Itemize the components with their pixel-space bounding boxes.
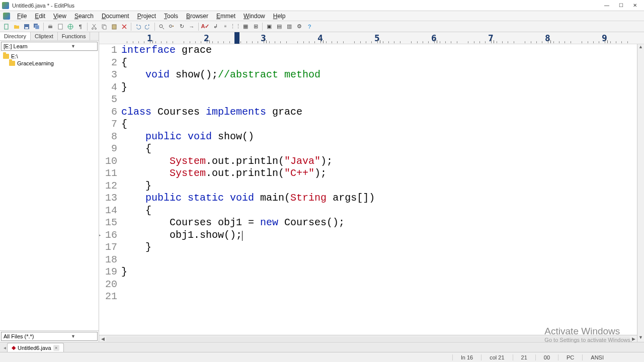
maximize-button[interactable]: ☐ [614, 1, 628, 11]
folder-icon [3, 54, 9, 59]
modified-indicator-icon: ◆ [12, 344, 16, 351]
ruler[interactable]: 123456789 [99, 32, 644, 44]
menu-file[interactable]: File [13, 12, 31, 21]
line-number-icon[interactable]: ≡ [221, 22, 230, 31]
find-icon[interactable] [157, 22, 166, 31]
browser-icon[interactable] [66, 22, 75, 31]
chevron-down-icon: ▼ [49, 334, 97, 339]
svg-rect-12 [103, 26, 106, 29]
tool-output-icon[interactable]: ▥ [285, 22, 294, 31]
redo-icon[interactable] [143, 22, 152, 31]
status-platform: PC [558, 354, 582, 360]
hex-icon[interactable]: ¶ [76, 22, 85, 31]
svg-rect-13 [112, 25, 116, 29]
code-lines[interactable]: interface grace{ void show();//abstract … [121, 44, 637, 335]
menu-window[interactable]: Window [239, 12, 269, 21]
vertical-scrollbar[interactable]: ▲ ▼ [637, 44, 644, 342]
menubar: FileEditViewSearchDocumentProjectToolsBr… [0, 11, 644, 21]
file-filter-value: All Files (*.*) [2, 333, 49, 339]
menu-edit[interactable]: Edit [31, 12, 49, 21]
paste-icon[interactable] [110, 22, 119, 31]
status-sel: 00 [535, 354, 558, 360]
menu-project[interactable]: Project [133, 12, 160, 21]
tab-scroll-left-icon[interactable]: ◂ [2, 343, 7, 352]
menu-browser[interactable]: Browser [182, 12, 212, 21]
help-icon[interactable]: ? [305, 22, 314, 31]
drive-select[interactable]: [E:] Learn ▼ [1, 42, 98, 51]
svg-rect-4 [35, 25, 39, 29]
system-menu-icon[interactable] [3, 13, 10, 20]
status-col: col 21 [481, 354, 512, 360]
statusbar: ln 16 col 21 21 00 PC ANSI [0, 352, 644, 362]
window-title: Untitled6.java * - EditPlus [12, 3, 600, 9]
document-tab[interactable]: ◆ Untitled6.java × [7, 343, 64, 352]
code-area[interactable]: 123456789101112131415▸161718192021 inter… [99, 44, 637, 335]
scroll-right-icon[interactable]: ▶ [630, 336, 637, 341]
goto-icon[interactable]: → [187, 22, 196, 31]
scroll-down-icon[interactable]: ▼ [637, 335, 644, 342]
tree-item[interactable]: E:\ [1, 53, 98, 60]
scroll-left-icon[interactable]: ◀ [99, 336, 106, 341]
word-wrap-icon[interactable]: ↲ [211, 22, 220, 31]
undo-icon[interactable] [133, 22, 142, 31]
chevron-down-icon: ▼ [49, 44, 97, 49]
minimize-button[interactable]: — [600, 1, 614, 11]
menu-emmet[interactable]: Emmet [212, 12, 239, 21]
toolbar: ¶ ↻ → A✓ ↲ ≡ ⋮⋮ ▦ ⊞ ▣ ▤ ▥ ⚙ ? [0, 21, 644, 32]
svg-rect-2 [25, 27, 28, 29]
copy-icon[interactable] [100, 22, 109, 31]
svg-point-9 [92, 28, 94, 29]
delete-icon[interactable] [120, 22, 129, 31]
panel-tab-cliptext[interactable]: Cliptext [31, 32, 58, 40]
indent-guide-icon[interactable]: ▦ [241, 22, 250, 31]
titlebar: Untitled6.java * - EditPlus — ☐ ✕ [0, 0, 644, 11]
ruler-cursor [234, 32, 239, 44]
save-all-icon[interactable] [32, 22, 41, 31]
tool-terminal-icon[interactable]: ▣ [265, 22, 274, 31]
side-panel-tabs: Directory Cliptext Functions [0, 32, 99, 41]
folder-icon [9, 61, 15, 66]
open-file-icon[interactable] [12, 22, 21, 31]
svg-point-15 [170, 25, 172, 27]
panel-tab-directory[interactable]: Directory [0, 32, 31, 40]
find-next-icon[interactable]: ↻ [177, 22, 186, 31]
menu-help[interactable]: Help [269, 12, 290, 21]
editor: 123456789 123456789101112131415▸16171819… [99, 32, 644, 342]
line-gutter: 123456789101112131415▸161718192021 [99, 44, 121, 335]
print-preview-icon[interactable] [56, 22, 65, 31]
tree-item[interactable]: GraceLearning [1, 60, 98, 67]
scroll-up-icon[interactable]: ▲ [637, 44, 644, 51]
svg-rect-6 [49, 24, 52, 26]
menu-document[interactable]: Document [98, 12, 133, 21]
svg-rect-0 [5, 24, 8, 29]
save-icon[interactable] [22, 22, 31, 31]
menu-view[interactable]: View [49, 12, 70, 21]
svg-rect-7 [58, 24, 62, 29]
close-button[interactable]: ✕ [628, 1, 642, 11]
tool-browser-icon[interactable]: ▤ [275, 22, 284, 31]
directory-tree[interactable]: E:\ GraceLearning [0, 52, 99, 331]
print-icon[interactable] [46, 22, 55, 31]
column-icon[interactable]: ⊞ [251, 22, 260, 31]
horizontal-scrollbar[interactable]: ◀ ▶ [99, 335, 637, 342]
status-line: ln 16 [452, 354, 481, 360]
app-icon [2, 2, 9, 9]
drive-select-value: [E:] Learn [2, 43, 49, 49]
show-whitespace-icon[interactable]: ⋮⋮ [231, 22, 240, 31]
new-file-icon[interactable] [2, 22, 11, 31]
status-lines: 21 [513, 354, 535, 360]
spell-check-icon[interactable]: A✓ [201, 22, 210, 31]
menu-tools[interactable]: Tools [160, 12, 182, 21]
document-tab-label: Untitled6.java [18, 345, 51, 351]
config-icon[interactable]: ⚙ [295, 22, 304, 31]
tab-close-icon[interactable]: × [53, 345, 59, 351]
file-filter-select[interactable]: All Files (*.*) ▼ [1, 332, 98, 341]
panel-tab-functions[interactable]: Functions [58, 32, 91, 40]
document-tab-strip: ◂ ◆ Untitled6.java × [0, 342, 644, 352]
replace-icon[interactable] [167, 22, 176, 31]
menu-search[interactable]: Search [70, 12, 98, 21]
svg-rect-5 [48, 26, 52, 28]
side-panel: Directory Cliptext Functions [E:] Learn … [0, 32, 99, 342]
svg-point-10 [95, 28, 97, 29]
cut-icon[interactable] [90, 22, 99, 31]
